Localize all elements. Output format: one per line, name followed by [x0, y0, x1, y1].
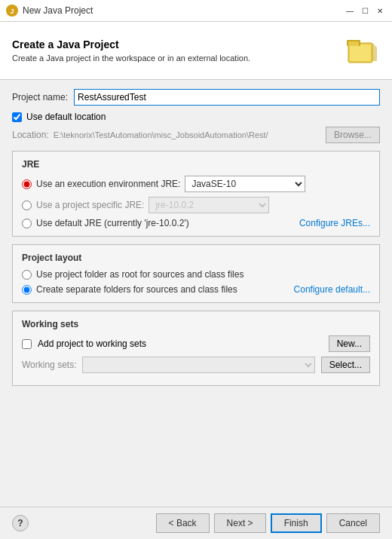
maximize-button[interactable]: ☐	[359, 5, 371, 17]
jre-project-specific-row: Use a project specific JRE: jre-10.0.2	[22, 197, 370, 213]
jre-execution-env-label: Use an execution environment JRE:	[36, 179, 180, 189]
jre-execution-env-dropdown[interactable]: JavaSE-10 JavaSE-11 JavaSE-8	[185, 176, 305, 192]
working-sets-label: Working sets:	[22, 360, 76, 370]
dialog-header: Create a Java Project Create a Java proj…	[0, 22, 392, 80]
project-name-label: Project name:	[12, 92, 68, 103]
jre-project-specific-label: Use a project specific JRE:	[36, 200, 144, 210]
location-row: Location: E:\teknorix\TestAutomation\mis…	[12, 127, 380, 143]
window-title: New Java Project	[23, 5, 339, 16]
jre-default-radio[interactable]	[22, 219, 32, 228]
location-label: Location:	[12, 130, 49, 140]
browse-button[interactable]: Browse...	[326, 127, 380, 143]
add-to-working-sets-checkbox[interactable]	[22, 339, 32, 349]
layout-single-row: Use project folder as root for sources a…	[22, 269, 370, 280]
add-to-working-sets-label: Add project to working sets	[38, 338, 146, 349]
svg-text:J: J	[10, 8, 14, 15]
dialog-content: Create a Java Project Create a Java proj…	[0, 22, 392, 539]
svg-rect-5	[348, 41, 359, 46]
working-sets-dropdown[interactable]	[82, 357, 314, 373]
use-default-location-label: Use default location	[26, 112, 106, 122]
dialog-title: Create a Java Project	[12, 38, 250, 51]
dialog-footer: ? < Back Next > Finish Cancel	[0, 507, 392, 539]
jre-default-row: Use default JRE (currently 'jre-10.0.2')…	[22, 218, 370, 228]
project-name-input[interactable]	[74, 89, 380, 106]
close-button[interactable]: ✕	[374, 5, 386, 17]
configure-default-link[interactable]: Configure default...	[294, 284, 370, 295]
jre-execution-env-radio[interactable]	[22, 179, 32, 189]
working-sets-section: Working sets Add project to working sets…	[12, 311, 380, 386]
location-value: E:\teknorix\TestAutomation\misc_JobsoidA…	[54, 130, 321, 139]
header-text: Create a Java Project Create a Java proj…	[12, 38, 250, 63]
window-controls[interactable]: — ☐ ✕	[344, 5, 386, 17]
app-icon: J	[6, 5, 18, 17]
jre-project-specific-radio[interactable]	[22, 201, 32, 210]
layout-separate-radio[interactable]	[22, 285, 32, 295]
minimize-button[interactable]: —	[344, 5, 356, 17]
help-button[interactable]: ?	[12, 515, 29, 531]
jre-execution-env-row: Use an execution environment JRE: JavaSE…	[22, 176, 370, 192]
svg-rect-3	[350, 44, 371, 61]
next-button[interactable]: Next >	[214, 513, 266, 533]
jre-project-specific-dropdown[interactable]: jre-10.0.2	[149, 197, 269, 213]
finish-button[interactable]: Finish	[271, 513, 322, 533]
cancel-button[interactable]: Cancel	[326, 513, 380, 533]
dialog-subtitle: Create a Java project in the workspace o…	[12, 54, 250, 63]
layout-separate-row: Create separate folders for sources and …	[22, 284, 370, 295]
configure-jres-link[interactable]: Configure JREs...	[299, 218, 370, 228]
use-default-location-checkbox[interactable]	[12, 112, 22, 122]
working-sets-select-row: Working sets: Select...	[22, 357, 370, 373]
project-layout-title: Project layout	[22, 253, 370, 263]
layout-single-radio[interactable]	[22, 270, 32, 280]
layout-separate-label: Create separate folders for sources and …	[36, 284, 289, 295]
layout-single-label: Use project folder as root for sources a…	[36, 269, 243, 280]
back-button[interactable]: < Back	[156, 513, 210, 533]
dialog-body: Project name: Use default location Locat…	[0, 80, 392, 507]
project-layout-section: Project layout Use project folder as roo…	[12, 244, 380, 303]
title-bar: J New Java Project — ☐ ✕	[0, 0, 392, 22]
default-location-row: Use default location	[12, 112, 380, 122]
working-sets-title: Working sets	[22, 319, 370, 329]
select-working-set-button[interactable]: Select...	[321, 357, 370, 373]
new-working-set-button[interactable]: New...	[329, 335, 370, 352]
project-name-row: Project name:	[12, 89, 380, 106]
jre-section-title: JRE	[22, 159, 370, 170]
jre-default-label: Use default JRE (currently 'jre-10.0.2')	[36, 218, 295, 228]
add-to-working-sets-row: Add project to working sets New...	[22, 335, 370, 352]
header-icon	[344, 32, 380, 69]
jre-section: JRE Use an execution environment JRE: Ja…	[12, 151, 380, 237]
empty-area	[12, 394, 380, 424]
